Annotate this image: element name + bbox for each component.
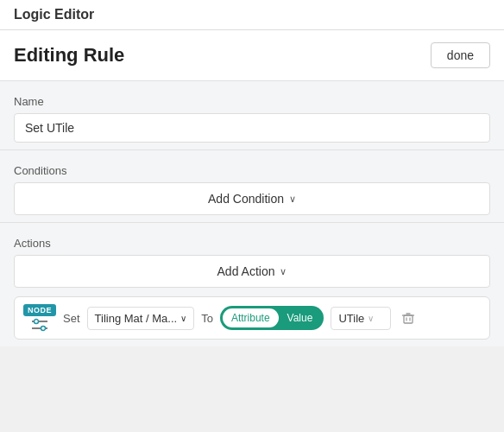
add-condition-label: Add Condition: [208, 192, 284, 206]
trash-icon: [401, 311, 415, 325]
action-row: NODE Set Tiling Mat / Ma... ∨ To Attribu…: [14, 296, 490, 340]
actions-section: Actions Add Action ∨ NODE Set Tiling M: [0, 223, 504, 346]
add-action-button[interactable]: Add Action ∨: [14, 255, 490, 288]
name-label: Name: [14, 95, 490, 108]
add-condition-button[interactable]: Add Condition ∨: [14, 182, 490, 215]
to-label: To: [201, 312, 213, 325]
app-title-bar: Logic Editor: [0, 0, 504, 30]
utile-dropdown[interactable]: UTile ∨: [331, 307, 391, 330]
done-button[interactable]: done: [431, 42, 490, 68]
set-label: Set: [63, 312, 80, 325]
toggle-value-option[interactable]: Value: [279, 308, 322, 327]
add-condition-chevron: ∨: [289, 194, 296, 205]
node-badge: NODE: [23, 304, 56, 316]
utile-value: UTile: [338, 312, 364, 325]
add-action-chevron: ∨: [280, 266, 287, 277]
conditions-section: Conditions Add Condition ∨: [0, 150, 504, 222]
app-title: Logic Editor: [14, 7, 94, 22]
attribute-value-toggle[interactable]: Attribute Value: [220, 306, 324, 330]
editing-rule-title: Editing Rule: [14, 44, 124, 67]
name-input[interactable]: [14, 113, 490, 143]
utile-chevron: ∨: [368, 314, 374, 323]
delete-action-button[interactable]: [398, 309, 419, 327]
sliders-icon: [30, 318, 49, 332]
add-action-label: Add Action: [217, 264, 275, 278]
conditions-label: Conditions: [14, 164, 490, 177]
editing-rule-header: Editing Rule done: [0, 30, 504, 81]
tiling-mat-chevron: ∨: [180, 314, 186, 323]
svg-point-1: [35, 320, 39, 324]
tiling-mat-dropdown[interactable]: Tiling Mat / Ma... ∨: [87, 307, 195, 330]
actions-label: Actions: [14, 237, 490, 250]
toggle-attribute-option[interactable]: Attribute: [223, 308, 279, 327]
tiling-mat-value: Tiling Mat / Ma...: [95, 312, 178, 325]
node-badge-wrapper: NODE: [23, 304, 56, 332]
main-panel: Name Conditions Add Condition ∨ Actions …: [0, 81, 504, 346]
svg-point-3: [41, 327, 46, 331]
name-section: Name: [0, 81, 504, 149]
svg-rect-4: [404, 315, 413, 323]
